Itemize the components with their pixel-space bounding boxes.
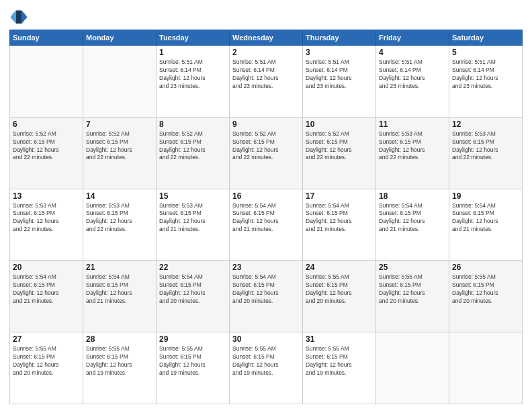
day-info: Sunrise: 5:54 AMSunset: 6:15 PMDaylight:… [86,273,153,306]
day-number: 14 [86,191,153,201]
day-info: Sunrise: 5:54 AMSunset: 6:15 PMDaylight:… [379,202,446,234]
calendar-cell: 2Sunrise: 5:51 AMSunset: 6:14 PMDaylight… [230,46,303,118]
day-number: 8 [159,120,226,129]
day-info: Sunrise: 5:52 AMSunset: 6:15 PMDaylight:… [306,130,373,163]
calendar-cell: 1Sunrise: 5:51 AMSunset: 6:14 PMDaylight… [157,46,230,118]
day-info: Sunrise: 5:52 AMSunset: 6:15 PMDaylight:… [159,130,226,163]
day-number: 25 [379,263,446,272]
calendar-cell: 9Sunrise: 5:52 AMSunset: 6:15 PMDaylight… [230,117,303,189]
calendar-cell: 17Sunrise: 5:54 AMSunset: 6:15 PMDayligh… [303,189,376,261]
day-number: 30 [232,334,300,344]
calendar-cell: 3Sunrise: 5:51 AMSunset: 6:14 PMDaylight… [303,46,376,118]
day-info: Sunrise: 5:55 AMSunset: 6:15 PMDaylight:… [306,345,373,377]
day-info: Sunrise: 5:52 AMSunset: 6:15 PMDaylight:… [86,130,153,163]
calendar-cell: 5Sunrise: 5:51 AMSunset: 6:14 PMDaylight… [449,46,523,118]
day-info: Sunrise: 5:52 AMSunset: 6:15 PMDaylight:… [232,130,300,163]
day-info: Sunrise: 5:55 AMSunset: 6:15 PMDaylight:… [232,345,300,377]
day-info: Sunrise: 5:53 AMSunset: 6:15 PMDaylight:… [13,202,80,234]
calendar-cell [449,332,523,404]
day-info: Sunrise: 5:51 AMSunset: 6:14 PMDaylight:… [306,58,373,91]
calendar-cell: 8Sunrise: 5:52 AMSunset: 6:15 PMDaylight… [157,117,230,189]
day-number: 18 [379,191,446,201]
calendar-cell: 10Sunrise: 5:52 AMSunset: 6:15 PMDayligh… [303,117,376,189]
calendar-cell [83,46,157,118]
day-info: Sunrise: 5:55 AMSunset: 6:15 PMDaylight:… [379,273,446,306]
day-number: 21 [86,263,153,272]
calendar-cell: 23Sunrise: 5:54 AMSunset: 6:15 PMDayligh… [230,261,303,332]
day-number: 13 [13,191,80,201]
day-info: Sunrise: 5:54 AMSunset: 6:15 PMDaylight:… [232,202,300,234]
calendar-cell: 14Sunrise: 5:53 AMSunset: 6:15 PMDayligh… [83,189,157,261]
weekday-header-monday: Monday [83,30,157,46]
page: SundayMondayTuesdayWednesdayThursdayFrid… [0,0,532,411]
calendar-cell: 6Sunrise: 5:52 AMSunset: 6:15 PMDaylight… [10,117,83,189]
calendar-cell: 11Sunrise: 5:53 AMSunset: 6:15 PMDayligh… [376,117,449,189]
calendar-cell: 22Sunrise: 5:54 AMSunset: 6:15 PMDayligh… [157,261,230,332]
svg-marker-2 [16,11,21,24]
calendar-cell: 29Sunrise: 5:55 AMSunset: 6:15 PMDayligh… [157,332,230,404]
weekday-header-saturday: Saturday [449,30,523,46]
day-number: 2 [232,48,300,57]
day-number: 19 [452,191,519,201]
day-number: 10 [306,120,373,129]
day-info: Sunrise: 5:52 AMSunset: 6:15 PMDaylight:… [13,130,80,163]
day-info: Sunrise: 5:51 AMSunset: 6:14 PMDaylight:… [452,58,519,91]
day-number: 24 [306,263,373,272]
day-info: Sunrise: 5:53 AMSunset: 6:15 PMDaylight:… [452,130,519,163]
day-number: 7 [86,120,153,129]
calendar-cell: 12Sunrise: 5:53 AMSunset: 6:15 PMDayligh… [449,117,523,189]
day-number: 23 [232,263,300,272]
day-number: 29 [159,334,226,344]
day-info: Sunrise: 5:54 AMSunset: 6:15 PMDaylight:… [452,202,519,234]
day-info: Sunrise: 5:51 AMSunset: 6:14 PMDaylight:… [379,58,446,91]
day-number: 20 [13,263,80,272]
logo-icon [9,7,28,26]
calendar-table: SundayMondayTuesdayWednesdayThursdayFrid… [9,30,523,404]
day-info: Sunrise: 5:51 AMSunset: 6:14 PMDaylight:… [159,58,226,91]
weekday-header-friday: Friday [376,30,449,46]
day-info: Sunrise: 5:54 AMSunset: 6:15 PMDaylight:… [306,202,373,234]
calendar-cell [10,46,83,118]
calendar-cell: 15Sunrise: 5:53 AMSunset: 6:15 PMDayligh… [157,189,230,261]
day-info: Sunrise: 5:53 AMSunset: 6:15 PMDaylight:… [159,202,226,234]
calendar-cell: 27Sunrise: 5:55 AMSunset: 6:15 PMDayligh… [10,332,83,404]
day-number: 16 [232,191,300,201]
day-number: 15 [159,191,226,201]
weekday-header-wednesday: Wednesday [230,30,303,46]
calendar-cell: 21Sunrise: 5:54 AMSunset: 6:15 PMDayligh… [83,261,157,332]
calendar-cell: 26Sunrise: 5:55 AMSunset: 6:15 PMDayligh… [449,261,523,332]
logo [9,7,31,26]
calendar-cell: 7Sunrise: 5:52 AMSunset: 6:15 PMDaylight… [83,117,157,189]
calendar-cell: 20Sunrise: 5:54 AMSunset: 6:15 PMDayligh… [10,261,83,332]
day-info: Sunrise: 5:55 AMSunset: 6:15 PMDaylight:… [159,345,226,377]
day-number: 17 [306,191,373,201]
calendar-cell: 16Sunrise: 5:54 AMSunset: 6:15 PMDayligh… [230,189,303,261]
day-info: Sunrise: 5:54 AMSunset: 6:15 PMDaylight:… [13,273,80,306]
calendar-cell: 30Sunrise: 5:55 AMSunset: 6:15 PMDayligh… [230,332,303,404]
day-number: 1 [159,48,226,57]
day-info: Sunrise: 5:55 AMSunset: 6:15 PMDaylight:… [306,273,373,306]
calendar-cell: 28Sunrise: 5:55 AMSunset: 6:15 PMDayligh… [83,332,157,404]
calendar-cell: 4Sunrise: 5:51 AMSunset: 6:14 PMDaylight… [376,46,449,118]
calendar-cell: 19Sunrise: 5:54 AMSunset: 6:15 PMDayligh… [449,189,523,261]
day-info: Sunrise: 5:54 AMSunset: 6:15 PMDaylight:… [159,273,226,306]
day-info: Sunrise: 5:55 AMSunset: 6:15 PMDaylight:… [86,345,153,377]
weekday-header-tuesday: Tuesday [157,30,230,46]
day-info: Sunrise: 5:53 AMSunset: 6:15 PMDaylight:… [86,202,153,234]
day-info: Sunrise: 5:55 AMSunset: 6:15 PMDaylight:… [452,273,519,306]
weekday-header-sunday: Sunday [10,30,83,46]
day-info: Sunrise: 5:54 AMSunset: 6:15 PMDaylight:… [232,273,300,306]
day-number: 4 [379,48,446,57]
day-info: Sunrise: 5:55 AMSunset: 6:15 PMDaylight:… [13,345,80,377]
day-number: 9 [232,120,300,129]
day-number: 26 [452,263,519,272]
day-number: 6 [13,120,80,129]
calendar-cell: 18Sunrise: 5:54 AMSunset: 6:15 PMDayligh… [376,189,449,261]
calendar-cell: 13Sunrise: 5:53 AMSunset: 6:15 PMDayligh… [10,189,83,261]
day-number: 22 [159,263,226,272]
weekday-header-thursday: Thursday [303,30,376,46]
day-number: 31 [306,334,373,344]
day-number: 27 [13,334,80,344]
day-info: Sunrise: 5:53 AMSunset: 6:15 PMDaylight:… [379,130,446,163]
calendar-cell: 24Sunrise: 5:55 AMSunset: 6:15 PMDayligh… [303,261,376,332]
